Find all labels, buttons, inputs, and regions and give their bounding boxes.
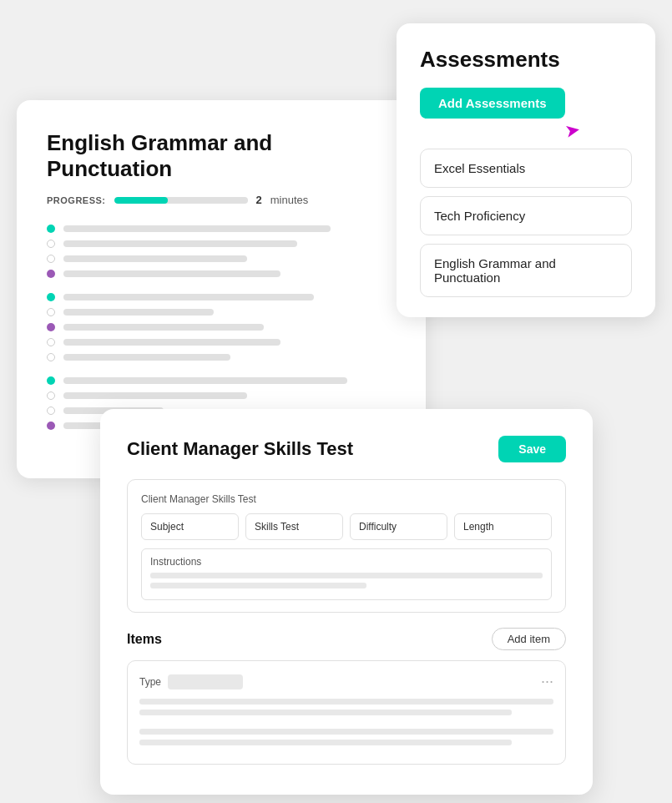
q-row <box>47 391 396 400</box>
add-assessments-button[interactable]: Add Assessments <box>420 88 565 119</box>
skills-test-field[interactable]: Skills Test <box>245 513 343 540</box>
items-label: Items <box>127 632 162 647</box>
item-type-label: Type <box>139 676 161 688</box>
instructions-label: Instructions <box>150 556 543 568</box>
cursor-arrow-icon: ➤ <box>563 119 581 144</box>
question-block-1 <box>47 225 396 278</box>
q-dot-empty <box>47 353 55 361</box>
add-item-button[interactable]: Add item <box>492 628 566 650</box>
q-line <box>63 339 280 346</box>
difficulty-field[interactable]: Difficulty <box>350 513 447 540</box>
instr-line-1 <box>150 573 543 578</box>
dots-menu-icon[interactable]: ··· <box>541 673 553 690</box>
q-line <box>63 377 347 384</box>
item-type-pill <box>168 674 243 689</box>
q-row <box>47 270 396 278</box>
q-row <box>47 293 396 301</box>
question-block-2 <box>47 293 396 361</box>
form-header: Client Manager Skills Test Save <box>127 436 566 462</box>
q-dot-empty <box>47 338 55 346</box>
q-dot-teal <box>47 376 55 385</box>
item-card: Type ··· <box>127 660 566 765</box>
q-line <box>63 354 230 361</box>
q-row <box>47 338 396 346</box>
progress-num: 2 <box>256 194 262 206</box>
progress-row: PROGRESS: 2 minutes <box>47 194 396 206</box>
form-section-main: Client Manager Skills Test Subject Skill… <box>127 479 566 613</box>
q-dot-purple <box>47 270 55 278</box>
q-dot-empty <box>47 255 55 263</box>
q-line <box>63 309 214 316</box>
item-type-row: Type ··· <box>139 673 553 690</box>
save-button[interactable]: Save <box>498 436 566 462</box>
assessments-title: Assessments <box>420 47 632 73</box>
assessment-item-grammar[interactable]: English Grammar and Punctuation <box>420 244 632 297</box>
q-line <box>63 255 247 262</box>
progress-bar-fill <box>114 197 168 204</box>
q-line <box>63 240 297 247</box>
q-row <box>47 240 396 248</box>
instructions-field: Instructions <box>141 548 552 600</box>
assessments-card: Assessments Add Assessments ➤ Excel Esse… <box>397 23 655 317</box>
item-line-1 <box>139 699 553 705</box>
q-dot-empty <box>47 308 55 316</box>
item-type-left: Type <box>139 674 243 689</box>
form-title: Client Manager Skills Test <box>127 438 353 460</box>
q-row <box>47 308 396 316</box>
progress-label: PROGRESS: <box>47 195 106 205</box>
q-line <box>63 294 314 300</box>
assessment-item-tech[interactable]: Tech Proficiency <box>420 196 632 235</box>
skills-test-form-card: Client Manager Skills Test Save Client M… <box>100 409 593 795</box>
assessment-item-excel[interactable]: Excel Essentials <box>420 149 632 188</box>
q-row <box>47 353 396 361</box>
subject-field[interactable]: Subject <box>141 513 239 540</box>
q-dot-purple <box>47 422 55 430</box>
q-row <box>47 225 396 233</box>
item-line-2 <box>139 710 512 715</box>
instr-line-2 <box>150 583 366 588</box>
q-row <box>47 323 396 331</box>
q-dot-teal <box>47 293 55 301</box>
q-dot-empty <box>47 407 55 415</box>
q-line <box>63 324 264 331</box>
q-dot-purple <box>47 323 55 331</box>
items-header: Items Add item <box>127 628 566 650</box>
q-dot-teal <box>47 225 55 233</box>
item-line-3 <box>139 729 553 735</box>
quiz-title: English Grammar and Punctuation <box>47 130 396 182</box>
form-section-label: Client Manager Skills Test <box>141 493 552 505</box>
q-row <box>47 255 396 263</box>
q-dot-empty <box>47 240 55 248</box>
q-dot-empty <box>47 391 55 400</box>
form-fields-row: Subject Skills Test Difficulty Length <box>141 513 552 540</box>
q-row <box>47 376 396 385</box>
progress-minutes: minutes <box>270 194 309 206</box>
progress-bar-bg <box>114 197 248 204</box>
length-field[interactable]: Length <box>454 513 552 540</box>
q-line <box>63 225 331 232</box>
q-line <box>63 270 280 277</box>
item-line-4 <box>139 740 512 745</box>
q-line <box>63 392 247 399</box>
